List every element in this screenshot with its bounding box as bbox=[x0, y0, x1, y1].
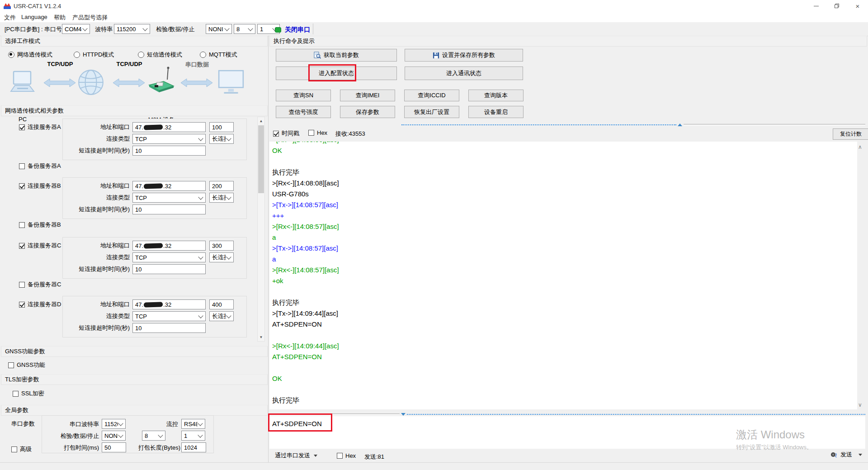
splitter-collapse-icon[interactable] bbox=[401, 413, 406, 416]
send-top-splitter[interactable] bbox=[269, 413, 865, 416]
log-scroll-up-icon[interactable]: ∧ bbox=[858, 144, 862, 150]
query-signal-button[interactable]: 查信号强度 bbox=[276, 106, 331, 118]
pack-length-label: 打包长度(Bytes) bbox=[127, 444, 180, 452]
radio-httpd-mode[interactable]: HTTPD模式 bbox=[74, 51, 114, 59]
send-hex-checkbox[interactable]: Hex bbox=[337, 452, 356, 459]
scroll-down-icon[interactable]: ▼ bbox=[258, 334, 264, 341]
log-scroll-down-icon[interactable]: ∨ bbox=[858, 402, 862, 408]
server-b-timeout-input[interactable]: 10 bbox=[132, 204, 206, 214]
menu-file[interactable]: 文件 bbox=[4, 14, 16, 22]
menu-language[interactable]: Language bbox=[21, 14, 47, 20]
connect-server-c-checkbox[interactable]: 连接服务器C bbox=[19, 242, 61, 250]
server-d-keepalive-select[interactable]: 长连接 bbox=[209, 311, 234, 321]
flow-control-select[interactable]: RS485 bbox=[181, 419, 205, 429]
query-imei-button[interactable]: 查询IMEI bbox=[340, 90, 395, 101]
factory-reset-button[interactable]: 恢复出厂设置 bbox=[404, 106, 459, 118]
menu-product-model[interactable]: 产品型号选择 bbox=[72, 14, 108, 22]
server-c-timeout-input[interactable]: 10 bbox=[132, 264, 206, 274]
ssl-enable-checkbox[interactable]: SSL加密 bbox=[13, 389, 44, 398]
params-scrollbar[interactable]: ▲ ▼ bbox=[257, 117, 265, 342]
scrollbar-thumb[interactable] bbox=[258, 125, 264, 193]
server-a-type-select[interactable]: TCP bbox=[132, 134, 206, 144]
chevron-down-icon bbox=[82, 26, 87, 31]
pack-time-input[interactable]: 50 bbox=[102, 442, 126, 452]
radio-sms-transparent-mode[interactable]: 短信透传模式 bbox=[138, 51, 182, 59]
connect-server-d-checkbox[interactable]: 连接服务器D bbox=[19, 300, 61, 309]
chevron-down-icon bbox=[198, 136, 203, 141]
backup-server-c-checkbox[interactable]: 备份服务器C bbox=[19, 280, 61, 289]
enter-comm-button[interactable]: 进入通讯状态 bbox=[405, 66, 523, 80]
log-hex-checkbox[interactable]: Hex bbox=[308, 129, 327, 136]
com-port-select[interactable]: COM4 bbox=[62, 24, 90, 34]
server-a-keepalive-select[interactable]: 长连接 bbox=[209, 134, 234, 144]
checkbox-icon bbox=[337, 453, 343, 459]
server-c-address-input[interactable]: 47..32 bbox=[132, 241, 206, 251]
server-d-timeout-input[interactable]: 10 bbox=[132, 323, 206, 333]
reset-count-button[interactable]: 复位计数 bbox=[833, 128, 868, 140]
connect-server-b-checkbox[interactable]: 连接服务器B bbox=[19, 182, 61, 190]
set-save-params-button[interactable]: 设置并保存所有参数 bbox=[405, 49, 523, 62]
server-c-type-select[interactable]: TCP bbox=[132, 252, 206, 262]
advanced-checkbox[interactable]: 高级 bbox=[11, 445, 32, 453]
serial-params-label: 串口参数 bbox=[11, 420, 35, 428]
log-line: >[Rx<-][14:08:06][asc] bbox=[272, 142, 857, 145]
checkbox-icon bbox=[19, 222, 25, 228]
server-c-keepalive-select[interactable]: 长连接 bbox=[209, 252, 234, 262]
minimize-button[interactable] bbox=[806, 0, 826, 12]
server-d-address-input[interactable]: 47..32 bbox=[132, 299, 206, 309]
serial-databits-select[interactable]: 8 bbox=[142, 431, 165, 441]
log-line: >[Rx<-][14:08:57][asc] bbox=[272, 265, 857, 275]
log-output[interactable]: >[Rx<-][14:08:06][asc]OK 执行完毕>[Rx<-][14:… bbox=[269, 142, 857, 409]
timestamp-checkbox[interactable]: 时间戳 bbox=[273, 129, 299, 138]
server-b-keepalive-select[interactable]: 长连接 bbox=[209, 193, 234, 203]
menu-help[interactable]: 帮助 bbox=[54, 14, 66, 22]
radio-mqtt-mode[interactable]: MQTT模式 bbox=[200, 51, 237, 59]
tls-header: TLS加密参数 bbox=[1, 374, 268, 385]
checkbox-icon bbox=[19, 124, 25, 130]
baud-select[interactable]: 115200 bbox=[114, 24, 150, 34]
log-top-splitter[interactable] bbox=[269, 123, 865, 127]
serial-baud-select[interactable]: 115200 bbox=[102, 419, 126, 429]
radio-net-transparent-mode[interactable]: 网络透传模式 bbox=[8, 51, 52, 59]
splitter-collapse-icon[interactable] bbox=[678, 123, 682, 126]
scroll-up-icon[interactable]: ▲ bbox=[258, 118, 264, 124]
enter-config-button[interactable]: 进入配置状态 bbox=[276, 66, 397, 80]
close-port-button[interactable]: 关闭串口 bbox=[275, 26, 310, 34]
serial-stopbits-select[interactable]: 1 bbox=[181, 431, 205, 441]
server-d-type-select[interactable]: TCP bbox=[132, 311, 206, 321]
pack-length-input[interactable]: 1024 bbox=[181, 442, 206, 452]
send-input-value[interactable]: AT+SDPEN=ON bbox=[269, 416, 865, 427]
connect-server-a-checkbox[interactable]: 连接服务器A bbox=[19, 123, 61, 131]
serial-parity-select[interactable]: NONE bbox=[102, 431, 126, 441]
save-params-button[interactable]: 保存参数 bbox=[340, 106, 395, 118]
restore-button[interactable] bbox=[826, 0, 847, 12]
server-a-address-input[interactable]: 47..32 bbox=[132, 122, 206, 132]
query-sn-button[interactable]: 查询SN bbox=[276, 90, 331, 101]
server-a-timeout-input[interactable]: 10 bbox=[132, 146, 206, 156]
server-b-type-select[interactable]: TCP bbox=[132, 193, 206, 203]
server-c-port-input[interactable]: 300 bbox=[209, 241, 234, 251]
radio-icon bbox=[200, 52, 206, 58]
radio-icon bbox=[8, 52, 14, 58]
server-b-block: 连接服务器B 地址和端口 47..32 200 连接类型 TCP 长连接 短连接… bbox=[0, 177, 257, 219]
send-button[interactable]: 发送 bbox=[830, 451, 862, 459]
server-a-block: 连接服务器A 地址和端口 47..32 100 连接类型 TCP 长连接 短连接… bbox=[0, 119, 257, 160]
get-params-button[interactable]: 获取当前参数 bbox=[276, 49, 397, 62]
log-line: AT+SDPEN=ON bbox=[272, 351, 857, 362]
backup-server-b-checkbox[interactable]: 备份服务器B bbox=[19, 221, 61, 229]
close-button[interactable]: × bbox=[847, 0, 868, 12]
send-via-serial-dropdown[interactable]: 通过串口发送 bbox=[275, 451, 317, 460]
query-version-button[interactable]: 查询版本 bbox=[468, 90, 524, 101]
gnss-enable-checkbox[interactable]: GNSS功能 bbox=[8, 361, 45, 369]
databits-select[interactable]: 8 bbox=[234, 24, 255, 34]
splitter-dotted-line bbox=[401, 124, 676, 125]
server-b-port-input[interactable]: 200 bbox=[209, 181, 234, 191]
device-restart-button[interactable]: 设备重启 bbox=[468, 106, 524, 118]
parity-select[interactable]: NONI bbox=[206, 24, 232, 34]
server-d-port-input[interactable]: 400 bbox=[209, 299, 234, 309]
query-iccid-button[interactable]: 查询ICCID bbox=[404, 90, 459, 101]
server-a-port-input[interactable]: 100 bbox=[209, 122, 234, 132]
server-b-address-input[interactable]: 47..32 bbox=[132, 181, 206, 191]
conn-type-label: 连接类型 bbox=[66, 135, 130, 143]
backup-server-a-checkbox[interactable]: 备份服务器A bbox=[19, 162, 61, 170]
